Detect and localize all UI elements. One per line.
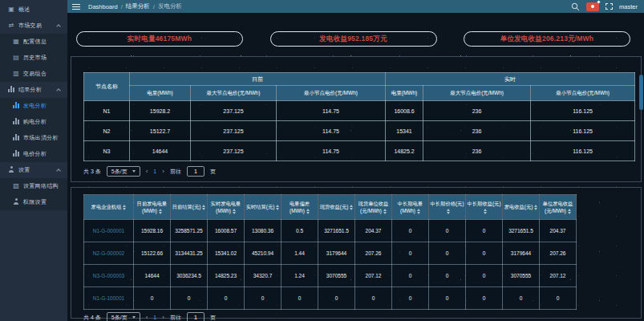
stat-generation-revenue: 发电收益952.185万元 bbox=[270, 31, 437, 47]
page-size-value: 5条/页 bbox=[111, 168, 128, 176]
col-header-sortable[interactable]: 实时发电电量(MWh) bbox=[208, 195, 245, 220]
page-number[interactable]: 1 bbox=[153, 315, 156, 320]
cell: 3134431.25 bbox=[171, 242, 208, 265]
unit-link[interactable]: N2-G-000002 bbox=[84, 242, 134, 265]
pagination-total: 共 4 条 bbox=[83, 314, 101, 321]
goto-unit: 页 bbox=[210, 168, 216, 176]
hamburger-menu-icon[interactable] bbox=[72, 4, 80, 10]
col-header-sortable[interactable]: 电量偏差(MWh) bbox=[281, 195, 318, 220]
table-row: N3-G-000003 14644 3036234.5 14825.23 343… bbox=[84, 265, 577, 287]
col-header-sortable[interactable]: 现货单位收益(元/MWh) bbox=[355, 195, 392, 220]
col-header-sortable[interactable]: 单位发电收益(元/MWh) bbox=[540, 195, 577, 220]
generator-unit-table: 发电企业机组 日前发电电量(MWh) 日前结算(元) 实时发电电量(MWh) 实… bbox=[83, 194, 577, 310]
cell: 207.12 bbox=[540, 265, 577, 287]
bar-chart-icon bbox=[12, 118, 20, 126]
cell: 207.12 bbox=[355, 265, 392, 287]
cell: 236 bbox=[423, 121, 531, 141]
page-size-select[interactable]: 5条/页 bbox=[107, 312, 140, 321]
pagination: 共 3 条 5条/页 ‹ 1 › 前往 页 bbox=[83, 166, 641, 177]
col-header-sortable[interactable]: 中长期收益(元) bbox=[466, 195, 503, 220]
cell: 236 bbox=[423, 141, 531, 161]
sidebar-section-market-trading[interactable]: ⇄ 市场交易 bbox=[0, 18, 67, 34]
sidebar-section-settings[interactable]: 设置 bbox=[0, 162, 67, 178]
scrollbar-thumb[interactable] bbox=[639, 75, 643, 110]
username[interactable]: master bbox=[619, 3, 638, 10]
notification-button[interactable] bbox=[586, 2, 599, 11]
cell: 114.75 bbox=[277, 101, 386, 121]
stat-unit-revenue: 单位发电收益206.213元/MWh bbox=[464, 31, 630, 47]
node-price-table: 节点名称 日前 实时 电量(MWh) 最大节点电价(元/MWh) 最小节点电价(… bbox=[83, 72, 635, 161]
cell: 1.44 bbox=[281, 242, 318, 265]
cell: 34320.7 bbox=[245, 265, 281, 287]
cell: 3179644 bbox=[503, 242, 540, 265]
sort-icon bbox=[159, 209, 162, 214]
cell: 14825.2 bbox=[386, 141, 423, 161]
cell: 0.5 bbox=[281, 220, 318, 242]
next-page-button[interactable]: › bbox=[162, 169, 164, 175]
node-table-panel: 节点名称 日前 实时 电量(MWh) 最大节点电价(元/MWh) 最小节点电价(… bbox=[71, 56, 642, 182]
col-header-sortable[interactable]: 中长期电量(MWh) bbox=[392, 195, 429, 220]
sort-icon bbox=[484, 209, 487, 214]
goto-page-input[interactable] bbox=[187, 312, 205, 321]
sidebar-item-price-analysis[interactable]: 电价分析 bbox=[0, 146, 67, 162]
sidebar-item-label: 市场交易 bbox=[18, 22, 42, 30]
cell: 0 bbox=[392, 265, 429, 287]
unit-table-panel: 发电企业机组 日前发电电量(MWh) 日前结算(元) 实时发电电量(MWh) 实… bbox=[71, 187, 642, 319]
sidebar-section-result-analysis[interactable]: 结果分析 bbox=[0, 82, 67, 98]
breadcrumb-separator: / bbox=[153, 3, 155, 10]
col-header-sortable[interactable]: 日前发电电量(MWh) bbox=[134, 195, 171, 220]
search-icon[interactable] bbox=[571, 2, 580, 11]
page-number[interactable]: 1 bbox=[153, 169, 156, 174]
cell: 114.75 bbox=[277, 121, 386, 141]
col-header-sortable[interactable]: 中长期价格(元) bbox=[429, 195, 466, 220]
cell: 0 bbox=[392, 242, 429, 265]
unit-link[interactable]: N1-G-100001 bbox=[84, 287, 134, 310]
cell-node: N3 bbox=[84, 141, 130, 161]
fullscreen-icon[interactable] bbox=[606, 3, 613, 10]
unit-link[interactable]: N1-G-000001 bbox=[84, 220, 134, 242]
col-header-sortable[interactable]: 实时结算(元) bbox=[245, 195, 281, 220]
goto-page-input[interactable] bbox=[187, 166, 205, 177]
cell: 13080.36 bbox=[245, 220, 281, 242]
col-header-sortable[interactable]: 发电企业机组 bbox=[84, 195, 134, 220]
prev-page-button[interactable]: ‹ bbox=[146, 169, 148, 175]
sidebar-item-purchase-analysis[interactable]: 购电分析 bbox=[0, 114, 67, 130]
cell: 16008.6 bbox=[386, 101, 423, 121]
sidebar-item-generation-analysis[interactable]: 发电分析 bbox=[0, 98, 67, 114]
page-content: 实时电量46175MWh 发电收益952.185万元 单位发电收益206.213… bbox=[67, 13, 644, 321]
sidebar-item-label: 购电分析 bbox=[23, 118, 47, 126]
prev-page-button[interactable]: ‹ bbox=[146, 315, 148, 321]
table-row: N1-G-000001 15928.16 3258571.25 16008.57… bbox=[84, 220, 577, 242]
cell: 3036234.5 bbox=[171, 265, 208, 287]
chevron-up-icon bbox=[56, 88, 61, 93]
grid-icon: ▦ bbox=[12, 39, 20, 45]
col-header-sortable[interactable]: 日前结算(元) bbox=[171, 195, 208, 220]
sidebar-item-label: 权限设置 bbox=[23, 198, 47, 206]
sort-icon bbox=[306, 209, 310, 214]
sidebar-item-market-clearing-analysis[interactable]: 市场出清分析 bbox=[0, 130, 67, 146]
sidebar-item-history-market[interactable]: ▤ 历史市场 bbox=[0, 50, 67, 66]
breadcrumb-home[interactable]: Dashboard bbox=[88, 3, 118, 10]
sort-icon bbox=[447, 209, 450, 214]
next-page-button[interactable]: › bbox=[162, 315, 164, 321]
sidebar-item-trade-portfolio[interactable]: ▥ 交易组合 bbox=[0, 66, 67, 82]
sort-icon bbox=[417, 209, 420, 214]
cell: 237.125 bbox=[191, 141, 277, 161]
cell: 116.125 bbox=[531, 141, 635, 161]
cell: 14644 bbox=[134, 265, 171, 287]
table-row: N1 15928.2 237.125 114.75 16008.6 236 11… bbox=[84, 101, 635, 121]
cell: 0 bbox=[429, 220, 466, 242]
cell: 3258571.25 bbox=[171, 220, 208, 242]
group-header-realtime: 实时 bbox=[386, 73, 635, 86]
col-header-sortable[interactable]: 现货收益(元) bbox=[318, 195, 355, 220]
col-header: 最大节点电价(元/MWh) bbox=[191, 86, 277, 101]
sidebar-item-config-info[interactable]: ▦ 配置信息 bbox=[0, 34, 67, 50]
sidebar-item-permission-settings[interactable]: 权限设置 bbox=[0, 194, 67, 210]
breadcrumb-level1[interactable]: 结果分析 bbox=[126, 2, 150, 10]
col-header-sortable[interactable]: 发电收益(元) bbox=[503, 195, 540, 220]
sort-icon bbox=[276, 205, 279, 210]
unit-link[interactable]: N3-G-000003 bbox=[84, 265, 134, 287]
sidebar-item-overview[interactable]: ▣ 概述 bbox=[0, 2, 67, 18]
sidebar-item-network-structure[interactable]: ▧ 设置网络结构 bbox=[0, 178, 67, 194]
page-size-select[interactable]: 5条/页 bbox=[107, 166, 140, 177]
